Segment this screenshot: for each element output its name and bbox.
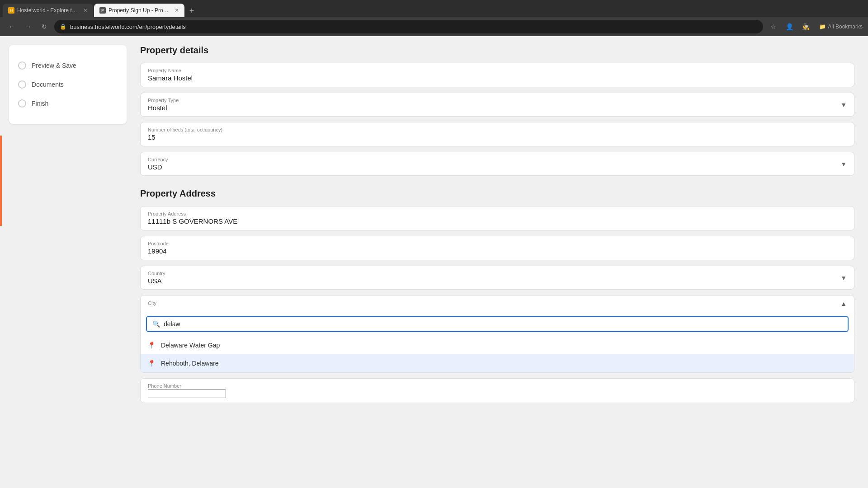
sidebar-label-finish: Finish [32, 100, 48, 107]
phone-field: Phone Number [140, 378, 854, 403]
property-address-title: Property Address [140, 188, 854, 199]
city-chevron-up-icon: ▲ [840, 300, 847, 307]
currency-select[interactable]: Currency USD ▼ [140, 152, 854, 176]
location-icon-2: 📍 [148, 360, 156, 367]
property-name-label: Property Name [148, 68, 847, 73]
postcode-field: Postcode [140, 236, 854, 260]
city-search-container: 🔍 [140, 312, 854, 336]
property-type-content: Property Type Hostel [148, 98, 179, 112]
profile-button[interactable]: 👤 [783, 20, 796, 33]
address-bar[interactable]: 🔒 business.hostelworld.com/en/propertyde… [54, 20, 763, 33]
tab-favicon-property: P [99, 7, 106, 14]
property-name-field: Property Name [140, 63, 854, 87]
lock-icon: 🔒 [60, 23, 66, 30]
address-field: Property Address [140, 206, 854, 230]
city-result-delaware-water-gap[interactable]: 📍 Delaware Water Gap [141, 336, 854, 354]
new-tab-button[interactable]: + [185, 5, 198, 17]
country-value: USA [148, 277, 165, 285]
sidebar-radio-documents [18, 80, 26, 89]
browser-toolbar: ← → ↻ 🔒 business.hostelworld.com/en/prop… [0, 17, 868, 36]
postcode-input[interactable] [148, 247, 847, 255]
all-bookmarks-label: All Bookmarks [828, 23, 863, 30]
city-result-rehoboth[interactable]: 📍 Rehoboth, Delaware [141, 354, 854, 372]
tab-label-property: Property Sign Up - Property an... [108, 7, 170, 14]
all-bookmarks[interactable]: 📁 All Bookmarks [819, 23, 863, 30]
tab-label-hostelworld: Hostelworld - Explore the worl... [17, 7, 79, 14]
sidebar-label-preview-save: Preview & Save [32, 62, 76, 69]
property-type-label: Property Type [148, 98, 179, 103]
beds-field: Number of beds (total occupancy) [140, 122, 854, 146]
back-button[interactable]: ← [5, 20, 18, 33]
browser-tabs: H Hostelworld - Explore the worl... ✕ P … [0, 0, 868, 17]
country-content: Country USA [148, 271, 165, 285]
sidebar-item-documents[interactable]: Documents [18, 75, 118, 94]
city-result-label-1: Delaware Water Gap [161, 342, 220, 349]
currency-value: USD [148, 163, 168, 171]
property-type-select[interactable]: Property Type Hostel ▼ [140, 93, 854, 117]
sidebar: Preview & Save Documents Finish [0, 36, 136, 488]
tab-close-hostelworld[interactable]: ✕ [83, 7, 88, 14]
property-details-title: Property details [140, 45, 854, 56]
sidebar-radio-finish [18, 99, 26, 108]
forward-button[interactable]: → [22, 20, 34, 33]
property-name-input[interactable] [148, 74, 847, 82]
city-dropdown-results: 📍 Delaware Water Gap 📍 Rehoboth, Delawar… [140, 336, 854, 373]
search-icon: 🔍 [152, 320, 160, 328]
sidebar-item-finish[interactable]: Finish [18, 94, 118, 113]
left-accent-bar [0, 136, 2, 226]
location-icon-1: 📍 [148, 342, 156, 349]
currency-content: Currency USD [148, 157, 168, 171]
sidebar-radio-preview-save [18, 61, 26, 70]
address-input[interactable] [148, 217, 847, 225]
property-type-value: Hostel [148, 104, 179, 112]
tab-close-property[interactable]: ✕ [175, 7, 179, 14]
tab-favicon-hostelworld: H [8, 7, 14, 14]
tab-property-signup[interactable]: P Property Sign Up - Property an... ✕ [94, 4, 184, 17]
browser-chrome: H Hostelworld - Explore the worl... ✕ P … [0, 0, 868, 36]
currency-label: Currency [148, 157, 168, 162]
main-content: Property details Property Name Property … [136, 36, 868, 488]
sidebar-label-documents: Documents [32, 81, 64, 88]
sidebar-card: Preview & Save Documents Finish [9, 45, 127, 124]
country-label: Country [148, 271, 165, 276]
tab-hostelworld[interactable]: H Hostelworld - Explore the worl... ✕ [3, 4, 93, 17]
property-type-chevron-down-icon: ▼ [840, 101, 847, 108]
page-layout: Preview & Save Documents Finish Property… [0, 36, 868, 488]
city-search-box: 🔍 [146, 316, 849, 332]
country-select[interactable]: Country USA ▼ [140, 266, 854, 290]
address-text: business.hostelworld.com/en/propertydeta… [70, 23, 758, 30]
city-search-input[interactable] [164, 320, 842, 328]
city-result-label-2: Rehoboth, Delaware [161, 360, 219, 367]
postcode-label: Postcode [148, 241, 847, 246]
city-content: City [148, 300, 156, 307]
bookmark-button[interactable]: ☆ [767, 20, 779, 33]
currency-chevron-down-icon: ▼ [840, 160, 847, 168]
city-select[interactable]: City ▲ [140, 295, 854, 312]
phone-label: Phone Number [148, 383, 847, 389]
phone-input[interactable] [148, 389, 226, 398]
incognito-icon: 🕵 [799, 20, 812, 33]
sidebar-item-preview-save[interactable]: Preview & Save [18, 56, 118, 75]
bookmarks-folder-icon: 📁 [819, 23, 826, 30]
city-label: City [148, 300, 156, 306]
beds-label: Number of beds (total occupancy) [148, 127, 847, 132]
address-label: Property Address [148, 211, 847, 216]
country-chevron-down-icon: ▼ [840, 274, 847, 282]
reload-button[interactable]: ↻ [38, 20, 51, 33]
beds-input[interactable] [148, 133, 847, 141]
